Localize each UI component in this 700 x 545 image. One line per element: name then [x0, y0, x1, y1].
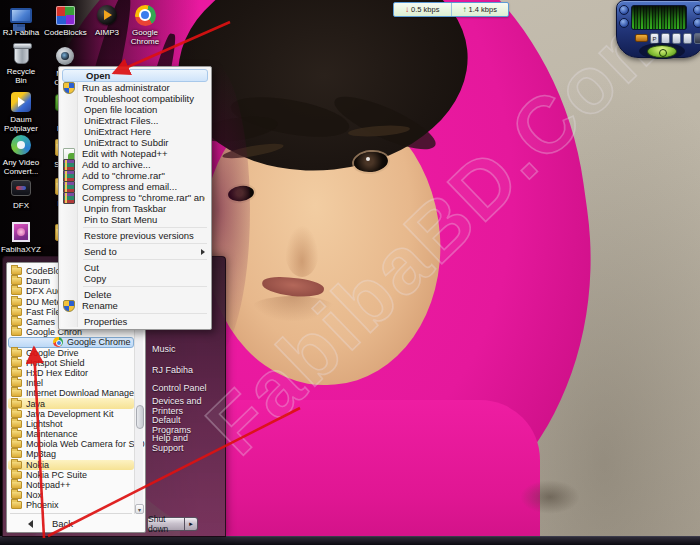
smile-shadow: [250, 296, 336, 322]
menu-item-copy[interactable]: Copy: [61, 273, 209, 284]
start-right-help-and-support[interactable]: Help and Support: [146, 434, 222, 452]
program-label: Daum: [26, 276, 50, 286]
start-program-java-development-kit[interactable]: Java Development Kit: [8, 409, 134, 419]
shut-down-button[interactable]: Shut down: [147, 517, 185, 531]
menu-item-add-to-chrome-rar[interactable]: Add to "chrome.rar": [61, 170, 209, 181]
menu-item-run-as-administrator[interactable]: Run as administrator: [61, 82, 209, 93]
menu-separator: [83, 286, 207, 287]
menu-item-properties[interactable]: Properties: [61, 316, 209, 327]
scroll-down-button[interactable]: ▾: [135, 504, 144, 514]
start-program-java[interactable]: Java: [8, 398, 134, 408]
start-program-mp3tag[interactable]: Mp3tag: [8, 449, 134, 459]
start-program-intel[interactable]: Intel: [8, 378, 134, 388]
chrome-icon: [53, 337, 63, 347]
download-speed-value: 0.5 kbps: [411, 5, 439, 14]
menu-item-compress-and-email[interactable]: Compress and email...: [61, 181, 209, 192]
menu-item-open-file-location[interactable]: Open file location: [61, 104, 209, 115]
menu-item-troubleshoot-compatibility[interactable]: Troubleshoot compatibility: [61, 93, 209, 104]
start-program-maintenance[interactable]: Maintenance: [8, 429, 134, 439]
menu-item-delete[interactable]: Delete: [61, 289, 209, 300]
player-volume-down-button[interactable]: [619, 18, 629, 28]
play-button[interactable]: [661, 33, 670, 44]
npp-icon: [63, 148, 75, 160]
start-program-internet-download-manager[interactable]: Internet Download Manager: [8, 388, 134, 398]
desktop-icon-any-video-converter[interactable]: Any Video Convert...: [0, 133, 42, 176]
desktop-icon-daum-potplayer[interactable]: Daum Potplayer: [0, 90, 42, 133]
menu-item-label: Troubleshoot compatibility: [63, 93, 205, 104]
program-label: Mobiola Web Camera for S60: [26, 439, 144, 449]
photo-glyph: [12, 222, 30, 242]
taskbar[interactable]: [0, 536, 700, 545]
player-next-button[interactable]: [693, 5, 700, 15]
desktop-icon-recycle-bin[interactable]: Recycle Bin: [0, 42, 42, 85]
start-program-lightshot[interactable]: Lightshot: [8, 419, 134, 429]
menu-item-add-to-archive[interactable]: Add to archive...: [61, 159, 209, 170]
start-right-control-panel[interactable]: Control Panel: [146, 379, 222, 397]
dfx-icon: [0, 176, 42, 200]
menu-item-pin-to-start-menu[interactable]: Pin to Start Menu: [61, 214, 209, 225]
start-program-nokia[interactable]: Nokia: [8, 460, 134, 470]
start-program-notepad[interactable]: Notepad++: [8, 480, 134, 490]
desktop-icon-dfx[interactable]: DFX: [0, 176, 42, 210]
context-menu: OpenRun as administratorTroubleshoot com…: [58, 66, 212, 330]
mini-media-player[interactable]: P: [616, 0, 700, 58]
start-program-hotspot-shield[interactable]: Hotspot Shield: [8, 358, 134, 368]
menu-item-open[interactable]: Open: [62, 69, 208, 82]
menu-item-label: Pin to Start Menu: [63, 214, 205, 225]
start-program-nokia-pc-suite[interactable]: Nokia PC Suite: [8, 470, 134, 480]
desktop-icon-google-chrome[interactable]: Google Chrome: [124, 3, 166, 46]
start-program-google-drive[interactable]: Google Drive: [8, 348, 134, 358]
shut-down-options-arrow[interactable]: ▸: [185, 517, 198, 531]
power-button[interactable]: [647, 45, 677, 58]
stop-button[interactable]: [694, 33, 700, 44]
desktop-icon-aimp3[interactable]: AIMP3: [86, 3, 128, 37]
start-right-devices-and-printers[interactable]: Devices and Printers: [146, 397, 222, 415]
network-speed-widget[interactable]: ↓ 0.5 kbps ↑ 1.4 kbps: [393, 2, 509, 17]
menu-item-rename[interactable]: Rename: [61, 300, 209, 311]
repeat-button[interactable]: [672, 33, 681, 44]
desktop-icon-fabihaxyz[interactable]: FabihaXYZ: [0, 220, 42, 254]
computer-glyph: [10, 8, 32, 23]
player-prev-button[interactable]: [693, 18, 700, 28]
menu-item-uniextract-to-subdir[interactable]: UniExtract to Subdir: [61, 137, 209, 148]
playlist-button[interactable]: P: [650, 33, 659, 44]
start-program-mobiola-web-camera-for-s60[interactable]: Mobiola Web Camera for S60: [8, 439, 134, 449]
desktop-icon-rj-fabiha[interactable]: RJ Fabiha: [0, 3, 42, 37]
menu-item-restore-previous-versions[interactable]: Restore previous versions: [61, 230, 209, 241]
menu-item-compress-to-chrome-rar-and-email[interactable]: Compress to "chrome.rar" and email: [61, 192, 209, 203]
rar-icon: [63, 159, 75, 171]
folder-icon: [11, 450, 22, 458]
folder-icon: [11, 501, 22, 509]
back-menu-item[interactable]: Back: [8, 516, 134, 531]
program-label: Phoenix: [26, 500, 59, 510]
avc-glyph: [11, 135, 31, 155]
menu-item-cut[interactable]: Cut: [61, 262, 209, 273]
menu-item-label: Copy: [63, 273, 205, 284]
menu-item-uniextract-files[interactable]: UniExtract Files...: [61, 115, 209, 126]
start-right-music[interactable]: Music: [146, 340, 222, 358]
start-program-hxd-hex-editor[interactable]: HxD Hex Editor: [8, 368, 134, 378]
desktop-icon-label: FabihaXYZ: [0, 245, 42, 254]
folder-icon: [11, 400, 22, 408]
menu-item-uniextract-here[interactable]: UniExtract Here: [61, 126, 209, 137]
folder-icon: [11, 491, 22, 499]
eject-button[interactable]: [683, 33, 692, 44]
scrollbar-thumb[interactable]: [136, 405, 144, 429]
start-program-phoenix[interactable]: Phoenix: [8, 500, 134, 510]
menu-item-edit-with-notepad[interactable]: Edit with Notepad++: [61, 148, 209, 159]
start-right-default-programs[interactable]: Default Programs: [146, 416, 222, 434]
dfx-glyph: [11, 180, 31, 196]
desktop-icon-label: AIMP3: [86, 28, 128, 37]
player-volume-up-button[interactable]: [619, 5, 629, 15]
desktop-icon-label: DFX: [0, 201, 42, 210]
start-program-google-chrome[interactable]: Google Chrome: [8, 337, 134, 347]
menu-item-send-to[interactable]: Send to: [61, 246, 209, 257]
eye-glint: [366, 157, 370, 161]
shield-icon: [63, 82, 75, 94]
start-right-rj-fabiha[interactable]: RJ Fabiha: [146, 360, 222, 378]
start-program-nox[interactable]: Nox: [8, 490, 134, 500]
menu-item-label: Open: [65, 70, 203, 81]
menu-item-unpin-from-taskbar[interactable]: Unpin from Taskbar: [61, 203, 209, 214]
desktop-icon-codeblocks[interactable]: CodeBlocks: [44, 3, 86, 37]
menu-item-label: UniExtract Files...: [63, 115, 205, 126]
